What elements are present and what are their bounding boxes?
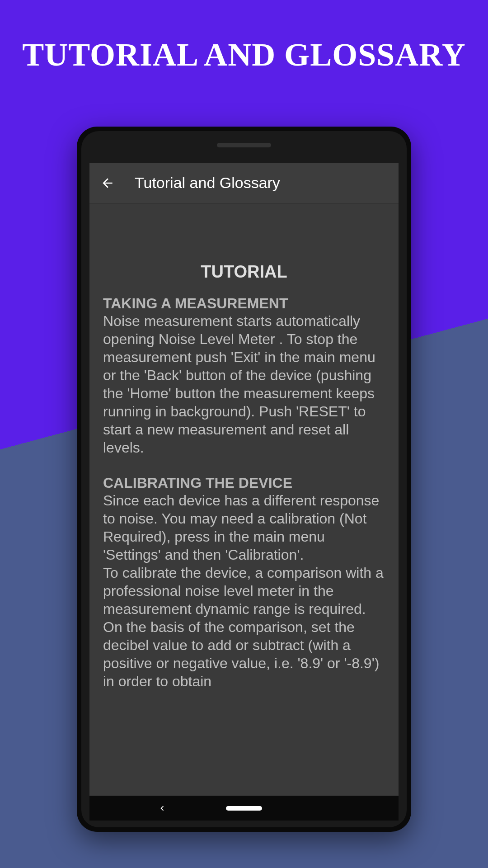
system-back-button[interactable] (153, 799, 171, 817)
app-bar-title: Tutorial and Glossary (135, 174, 280, 192)
phone-screen: Tutorial and Glossary TUTORIAL TAKING A … (89, 163, 399, 796)
subsection-title-calibrating: CALIBRATING THE DEVICE (103, 475, 385, 491)
phone-speaker (217, 143, 271, 147)
system-home-button[interactable] (226, 806, 262, 811)
app-bar: Tutorial and Glossary (89, 163, 399, 203)
phone-mockup-frame: Tutorial and Glossary TUTORIAL TAKING A … (77, 127, 411, 832)
body-text-measurement: Noise measurement starts automatically o… (103, 312, 385, 457)
subsection-title-measurement: TAKING A MEASUREMENT (103, 295, 385, 312)
chevron-left-icon (157, 803, 167, 813)
section-title-tutorial: TUTORIAL (103, 262, 385, 282)
back-arrow-icon (100, 176, 115, 190)
system-nav-bar (89, 796, 399, 821)
page-title: TUTORIAL AND GLOSSARY (0, 0, 488, 74)
phone-inner: Tutorial and Glossary TUTORIAL TAKING A … (81, 131, 407, 827)
body-text-calibrating: Since each device has a different respon… (103, 491, 385, 690)
back-button[interactable] (99, 174, 117, 192)
content-area[interactable]: TUTORIAL TAKING A MEASUREMENT Noise meas… (89, 203, 399, 796)
